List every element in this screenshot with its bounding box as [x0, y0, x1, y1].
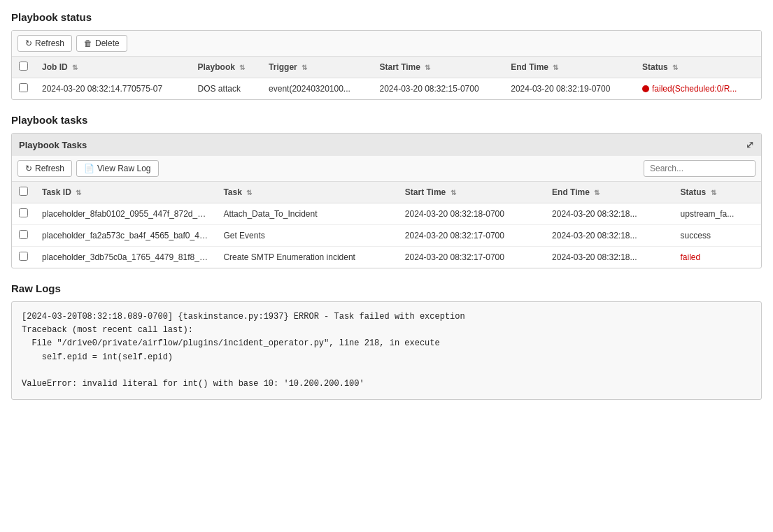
tasks-select-all-checkbox[interactable]	[19, 187, 28, 196]
cell-task-end: 2024-03-20 08:32:18...	[545, 203, 673, 225]
tasks-header-checkbox-col	[12, 182, 35, 203]
row-checkbox-cell	[12, 78, 35, 100]
cell-task-id: placeholder_3db75c0a_1765_4479_81f8_2e1.…	[35, 247, 216, 268]
cell-task-start: 2024-03-20 08:32:17-0700	[398, 247, 545, 268]
playbook-tasks-table: Task ID ⇅ Task ⇅ Start Time ⇅ End Time ⇅…	[12, 182, 761, 268]
sort-icon-task[interactable]: ⇅	[246, 189, 252, 196]
tasks-row: placeholder_8fab0102_0955_447f_872d_2201…	[12, 203, 761, 225]
playbook-status-delete-button[interactable]: 🗑 Delete	[76, 35, 127, 52]
cell-task-status: upstream_fa...	[674, 203, 761, 225]
tasks-col-header-status: Status ⇅	[674, 182, 761, 203]
raw-logs-content: [2024-03-20T08:32:18.089-0700] {taskinst…	[11, 301, 762, 400]
select-all-checkbox[interactable]	[19, 62, 28, 71]
sort-icon-task-id[interactable]: ⇅	[76, 189, 81, 196]
task-row-checkbox-0[interactable]	[19, 208, 28, 217]
playbook-status-panel: ↻ Refresh 🗑 Delete Job ID ⇅ Playbook ⇅ T…	[11, 30, 762, 100]
cell-playbook: DOS attack	[191, 78, 262, 100]
tasks-header-row: Task ID ⇅ Task ⇅ Start Time ⇅ End Time ⇅…	[12, 182, 761, 203]
task-row-checkbox-cell	[12, 247, 35, 268]
sort-icon-job-id[interactable]: ⇅	[72, 64, 78, 71]
cell-task-id: placeholder_8fab0102_0955_447f_872d_2201…	[35, 203, 216, 225]
tasks-col-header-task-id: Task ID ⇅	[35, 182, 216, 203]
cell-end-time: 2024-03-20 08:32:19-0700	[504, 78, 635, 100]
tasks-refresh-icon: ↻	[25, 164, 32, 173]
tasks-toolbar-right	[644, 160, 756, 177]
tasks-col-header-end-time: End Time ⇅	[545, 182, 673, 203]
cell-task-name: Create SMTP Enumeration incident	[216, 247, 397, 268]
cell-start-time: 2024-03-20 08:32:15-0700	[372, 78, 504, 100]
status-badge-other: upstream_fa...	[681, 209, 735, 219]
playbook-tasks-panel-title: Playbook Tasks	[19, 140, 87, 150]
delete-icon: 🗑	[84, 38, 92, 48]
sort-icon-tasks-end[interactable]: ⇅	[594, 189, 600, 196]
col-header-start-time: Start Time ⇅	[372, 57, 504, 78]
row-checkbox-0[interactable]	[19, 83, 28, 92]
cell-task-status: failed	[674, 247, 761, 268]
col-header-playbook: Playbook ⇅	[191, 57, 262, 78]
raw-logs-section: Raw Logs [2024-03-20T08:32:18.089-0700] …	[11, 282, 762, 400]
sort-icon-tasks-start[interactable]: ⇅	[451, 189, 456, 196]
status-badge-failed: failed	[681, 252, 701, 262]
cell-task-end: 2024-03-20 08:32:18...	[545, 225, 673, 247]
refresh-icon: ↻	[25, 38, 32, 48]
sort-icon-playbook[interactable]: ⇅	[239, 64, 245, 71]
playbook-tasks-panel-header: Playbook Tasks ⤢	[12, 134, 761, 156]
tasks-col-header-task: Task ⇅	[216, 182, 397, 203]
playbook-status-refresh-button[interactable]: ↻ Refresh	[17, 35, 72, 52]
view-log-icon: 📄	[84, 164, 94, 173]
task-row-checkbox-1[interactable]	[19, 230, 28, 239]
task-row-checkbox-2[interactable]	[19, 252, 28, 261]
col-header-status: Status ⇅	[635, 57, 761, 78]
playbook-tasks-panel: Playbook Tasks ⤢ ↻ Refresh 📄 View Raw Lo…	[11, 133, 762, 268]
tasks-row: placeholder_fa2a573c_ba4f_4565_baf0_4255…	[12, 225, 761, 247]
cell-task-status: success	[674, 225, 761, 247]
cell-task-end: 2024-03-20 08:32:18...	[545, 247, 673, 268]
sort-icon-start-time[interactable]: ⇅	[425, 64, 430, 71]
sort-icon-end-time[interactable]: ⇅	[553, 64, 558, 71]
cell-status: failed(Scheduled:0/R...	[635, 78, 761, 100]
tasks-search-input[interactable]	[644, 160, 756, 177]
tasks-row: placeholder_3db75c0a_1765_4479_81f8_2e1.…	[12, 247, 761, 268]
cell-task-start: 2024-03-20 08:32:17-0700	[398, 225, 545, 247]
playbook-tasks-title: Playbook tasks	[11, 114, 762, 126]
cell-task-id: placeholder_fa2a573c_ba4f_4565_baf0_4255…	[35, 225, 216, 247]
view-raw-log-button[interactable]: 📄 View Raw Log	[76, 160, 159, 177]
raw-logs-title: Raw Logs	[11, 282, 762, 294]
sort-icon-trigger[interactable]: ⇅	[302, 64, 307, 71]
col-header-job-id: Job ID ⇅	[35, 57, 191, 78]
playbook-status-title: Playbook status	[11, 11, 762, 23]
playbook-status-section: Playbook status ↻ Refresh 🗑 Delete Job I…	[11, 11, 762, 100]
cell-task-name: Attach_Data_To_Incident	[216, 203, 397, 225]
tasks-col-header-start-time: Start Time ⇅	[398, 182, 545, 203]
playbook-status-toolbar: ↻ Refresh 🗑 Delete	[12, 31, 761, 57]
playbook-status-row: 2024-03-20 08:32:14.770575-07 DOS attack…	[12, 78, 761, 100]
cell-task-start: 2024-03-20 08:32:18-0700	[398, 203, 545, 225]
playbook-tasks-toolbar: ↻ Refresh 📄 View Raw Log	[12, 156, 761, 182]
tasks-refresh-button[interactable]: ↻ Refresh	[17, 160, 72, 177]
playbook-tasks-section: Playbook tasks Playbook Tasks ⤢ ↻ Refres…	[11, 114, 762, 268]
expand-icon[interactable]: ⤢	[746, 139, 754, 150]
header-checkbox-col	[12, 57, 35, 78]
cell-trigger: event(20240320100...	[262, 78, 372, 100]
task-row-checkbox-cell	[12, 225, 35, 247]
sort-icon-tasks-status[interactable]: ⇅	[711, 189, 716, 196]
playbook-status-table-header-row: Job ID ⇅ Playbook ⇅ Trigger ⇅ Start Time…	[12, 57, 761, 78]
col-header-trigger: Trigger ⇅	[262, 57, 372, 78]
status-failed-icon	[642, 85, 649, 92]
status-badge-success: success	[681, 231, 711, 240]
sort-icon-status[interactable]: ⇅	[672, 64, 678, 71]
status-badge: failed(Scheduled:0/R...	[642, 84, 737, 94]
col-header-end-time: End Time ⇅	[504, 57, 635, 78]
cell-job-id: 2024-03-20 08:32:14.770575-07	[35, 78, 191, 100]
playbook-status-table: Job ID ⇅ Playbook ⇅ Trigger ⇅ Start Time…	[12, 57, 761, 99]
cell-task-name: Get Events	[216, 225, 397, 247]
task-row-checkbox-cell	[12, 203, 35, 225]
